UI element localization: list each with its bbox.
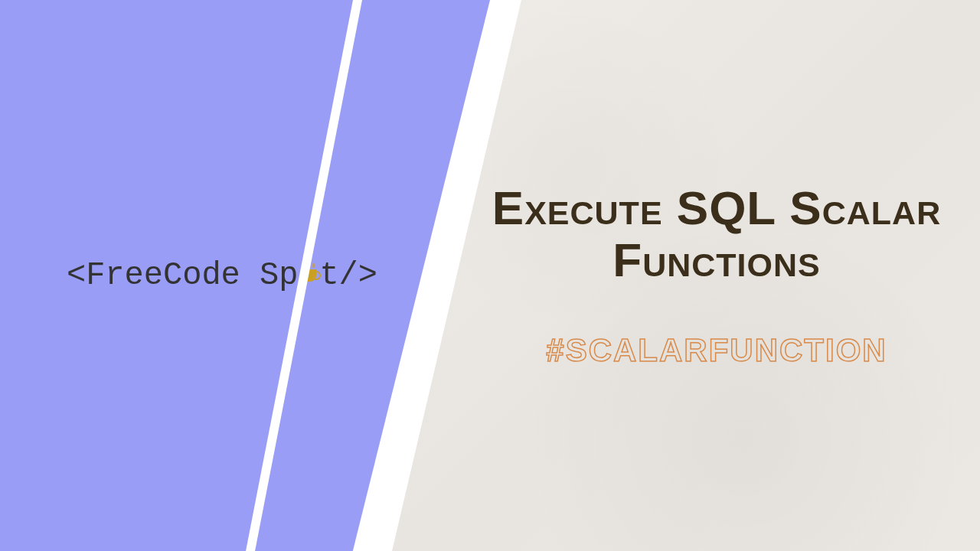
title-line-1: Execute SQL Scalar (492, 182, 941, 234)
right-panel: Execute SQL Scalar Functions #SCALARFUNC… (392, 0, 980, 551)
logo-text-suffix: t/> (319, 257, 377, 294)
title-line-2: Functions (492, 234, 941, 286)
logo-text-prefix: <FreeCode Sp (67, 257, 298, 294)
logo: <FreeCode Sp t/> (67, 257, 377, 294)
main-title: Execute SQL Scalar Functions (492, 182, 941, 286)
hashtag-text: #SCALARFUNCTION (546, 332, 887, 369)
banner-container: <FreeCode Sp t/> Execute SQL Scalar Func… (0, 0, 980, 551)
